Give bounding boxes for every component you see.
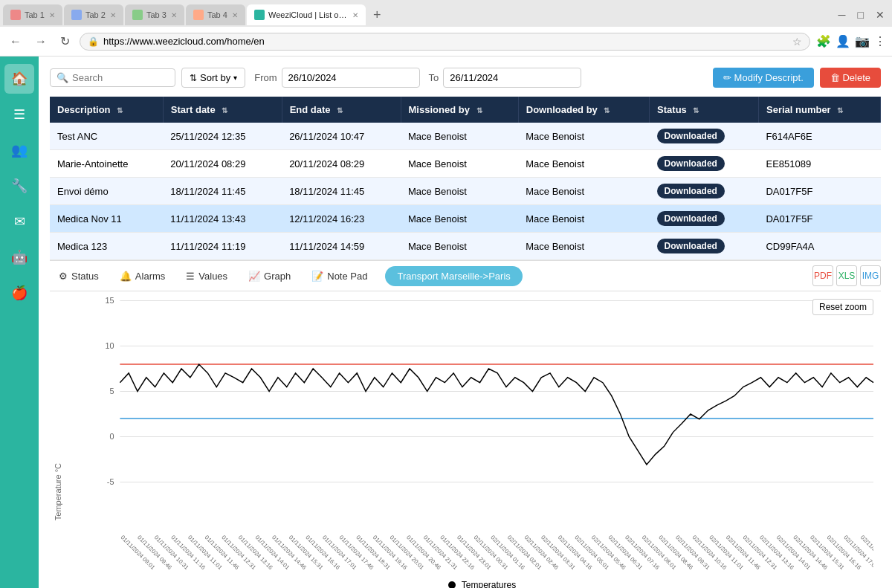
extensions-button[interactable]: 🧩 — [816, 34, 831, 48]
refresh-button[interactable]: ↻ — [56, 33, 74, 50]
camera-button[interactable]: 📷 — [855, 34, 870, 48]
filter-toolbar: 🔍 ⇅ Sort by ▾ From To ✏ Modify Des — [50, 68, 881, 88]
tab-close-3[interactable]: ✕ — [167, 11, 177, 19]
x-axis-label-svg: 01/11/2024 09:01 01/11/2024 09:46 01/11/… — [120, 532, 873, 576]
col-missioned-by[interactable]: Missioned by ⇅ — [401, 97, 518, 123]
sort-arrows-status: ⇅ — [693, 106, 699, 114]
cell-description: Medica Nov 11 — [50, 205, 163, 233]
back-button[interactable]: ← — [6, 33, 25, 50]
browser-tab-2[interactable]: Tab 2 ✕ — [64, 4, 123, 25]
modify-description-button[interactable]: ✏ Modify Descript. — [713, 68, 814, 88]
url-input-container[interactable]: 🔒 ☆ — [80, 33, 810, 51]
values-tab-label: Values — [198, 271, 227, 282]
to-date-input[interactable] — [443, 68, 581, 88]
browser-tab-1[interactable]: Tab 1 ✕ — [3, 4, 62, 25]
col-status[interactable]: Status ⇅ — [650, 97, 759, 123]
new-tab-button[interactable]: + — [367, 7, 387, 23]
users-icon: 👥 — [11, 142, 28, 158]
cell-end-date: 20/11/2024 08:29 — [282, 150, 401, 178]
profile-button[interactable]: 👤 — [836, 34, 850, 48]
table-row[interactable]: Medica Nov 11 11/11/2024 13:43 12/11/202… — [50, 205, 881, 233]
sidebar-item-list[interactable]: ☰ — [4, 100, 34, 129]
settings-icon: 🔧 — [11, 178, 28, 194]
close-button[interactable]: ✕ — [871, 7, 889, 22]
cell-start-date: 11/11/2024 13:43 — [163, 205, 282, 233]
cell-missioned-by: Mace Benoist — [401, 233, 518, 260]
cell-status: Downloaded — [650, 150, 759, 178]
cell-end-date: 26/11/2024 10:47 — [282, 123, 401, 150]
sort-arrows-end-date: ⇅ — [337, 106, 343, 114]
tab-close-1[interactable]: ✕ — [45, 11, 55, 19]
table-row[interactable]: Marie-Antoinette 20/11/2024 08:29 20/11/… — [50, 150, 881, 178]
export-img-button[interactable]: IMG — [860, 265, 881, 286]
apple-icon: 🍎 — [11, 285, 28, 301]
cell-missioned-by: Mace Benoist — [401, 150, 518, 178]
reset-zoom-button[interactable]: Reset zoom — [812, 299, 873, 315]
url-input[interactable] — [103, 36, 788, 47]
table-row[interactable]: Test ANC 25/11/2024 12:35 26/11/2024 10:… — [50, 123, 881, 150]
sort-arrows-downloaded: ⇅ — [604, 106, 610, 114]
col-serial-number[interactable]: Serial number ⇅ — [758, 97, 880, 123]
lock-icon: 🔒 — [88, 36, 99, 47]
tab-close-5[interactable]: ✕ — [348, 11, 358, 19]
cell-start-date: 20/11/2024 08:29 — [163, 150, 282, 178]
menu-button[interactable]: ⋮ — [874, 34, 886, 48]
search-container[interactable]: 🔍 — [50, 68, 175, 87]
search-icon: 🔍 — [56, 72, 68, 83]
sidebar-item-home[interactable]: 🏠 — [4, 64, 34, 94]
legend-dot-temperatures — [448, 581, 456, 588]
tab-alarms[interactable]: 🔔 Alarms — [111, 267, 174, 285]
col-start-date[interactable]: Start date ⇅ — [163, 97, 282, 123]
table-row[interactable]: Medica 123 11/11/2024 11:19 11/11/2024 1… — [50, 233, 881, 260]
delete-button[interactable]: 🗑 Delete — [820, 68, 881, 88]
chart-legend: Temperatures — [91, 580, 873, 588]
transport-button[interactable]: Transport Marseille->Paris — [385, 266, 522, 286]
cell-end-date: 11/11/2024 14:59 — [282, 233, 401, 260]
sort-icon: ⇅ — [190, 73, 197, 83]
export-pdf-button[interactable]: PDF — [812, 265, 833, 286]
sidebar-item-settings[interactable]: 🔧 — [4, 171, 34, 201]
cell-end-date: 12/11/2024 16:23 — [282, 205, 401, 233]
sort-by-button[interactable]: ⇅ Sort by ▾ — [181, 68, 245, 88]
status-badge: Downloaded — [657, 211, 725, 226]
col-downloaded-by[interactable]: Downloaded by ⇅ — [518, 97, 649, 123]
status-badge: Downloaded — [657, 129, 725, 143]
mail-icon: ✉ — [14, 213, 25, 230]
tab-values[interactable]: ☰ Values — [177, 267, 236, 285]
browser-tab-5[interactable]: WeeziCloud | List of r... ✕ — [247, 4, 366, 25]
tab-close-4[interactable]: ✕ — [227, 11, 238, 19]
cell-downloaded-by: Mace Benoist — [518, 233, 649, 260]
tab-notepad[interactable]: 📝 Note Pad — [303, 267, 376, 285]
search-input[interactable] — [72, 72, 169, 83]
svg-text:15: 15 — [105, 296, 114, 305]
status-badge: Downloaded — [657, 156, 725, 171]
sidebar-item-android[interactable]: 🤖 — [4, 242, 34, 272]
tab-status[interactable]: ⚙ Status — [50, 267, 108, 285]
table-container: Description ⇅ Start date ⇅ End date ⇅ Mi… — [50, 97, 881, 260]
cell-missioned-by: Mace Benoist — [401, 123, 518, 150]
browser-tabs-bar: Tab 1 ✕ Tab 2 ✕ Tab 3 ✕ Tab 4 ✕ WeeziClo… — [0, 0, 892, 27]
star-icon[interactable]: ☆ — [792, 36, 802, 48]
export-xls-button[interactable]: XLS — [836, 265, 857, 286]
col-end-date[interactable]: End date ⇅ — [282, 97, 401, 123]
sidebar-item-users[interactable]: 👥 — [4, 135, 34, 165]
table-row[interactable]: Envoi démo 18/11/2024 11:45 18/11/2024 1… — [50, 178, 881, 205]
to-label: To — [429, 72, 439, 83]
browser-tab-4[interactable]: Tab 4 ✕ — [186, 4, 245, 25]
tab-close-2[interactable]: ✕ — [106, 11, 116, 19]
browser-tab-3[interactable]: Tab 3 ✕ — [125, 4, 184, 25]
sidebar-item-apple[interactable]: 🍎 — [4, 278, 34, 308]
x-axis-labels: 01/11/2024 09:01 01/11/2024 09:46 01/11/… — [120, 532, 873, 576]
from-date-input[interactable] — [282, 68, 420, 88]
col-description[interactable]: Description ⇅ — [50, 97, 163, 123]
sidebar-item-mail[interactable]: ✉ — [4, 207, 34, 236]
sort-arrows-serial: ⇅ — [837, 106, 843, 114]
tab-graph[interactable]: 📈 Graph — [239, 267, 300, 285]
minimize-button[interactable]: ─ — [834, 7, 850, 22]
maximize-button[interactable]: □ — [853, 7, 868, 22]
forward-button[interactable]: → — [31, 33, 51, 50]
status-badge: Downloaded — [657, 239, 725, 253]
cell-serial-number: DA017F5F — [758, 178, 880, 205]
tab-window-actions: ─ □ ✕ — [834, 7, 889, 22]
cell-serial-number: CD99FA4A — [758, 233, 880, 260]
